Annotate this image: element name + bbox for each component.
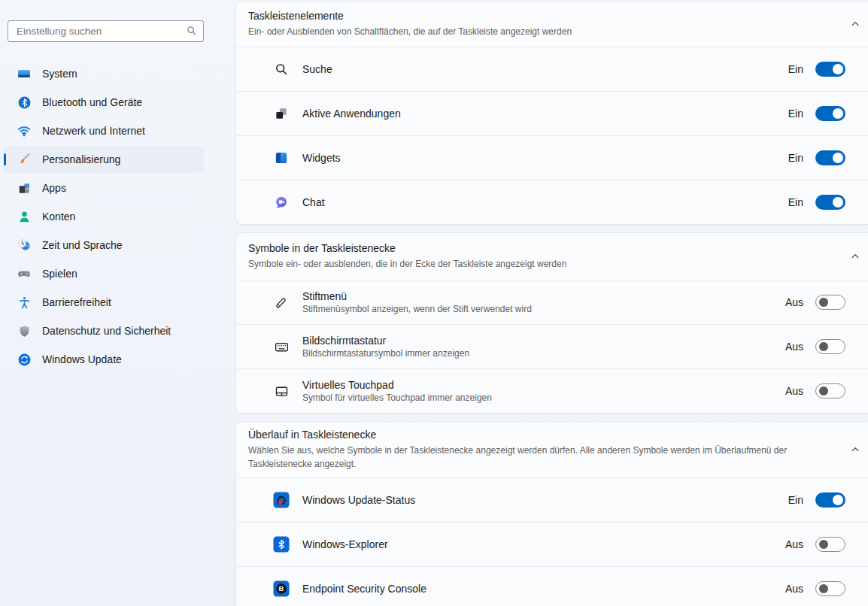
system-icon bbox=[17, 66, 32, 81]
section-taskbar-corner-icons: Symbole in der Taskleistenecke Symbole e… bbox=[235, 232, 868, 414]
sidebar-item-label: Spielen bbox=[42, 268, 77, 280]
sidebar-item-system[interactable]: System bbox=[4, 60, 205, 87]
setting-label: Endpoint Security Console bbox=[302, 583, 426, 595]
sidebar-item-personalization[interactable]: Personalisierung bbox=[4, 146, 205, 173]
chevron-up-icon[interactable] bbox=[844, 245, 866, 268]
setting-row-stiftmenu: Stiftmenü Stiftmenüsymbol anzeigen, wenn… bbox=[236, 280, 868, 324]
section-header-taskbar-items[interactable]: Taskleistenelemente Ein- oder Ausblenden… bbox=[236, 2, 868, 47]
bluetooth-icon bbox=[17, 95, 32, 110]
toggle-state-label: Ein bbox=[788, 63, 803, 75]
section-subtitle: Symbole ein- oder ausblenden, die in der… bbox=[248, 257, 790, 271]
setting-description: Stiftmenüsymbol anzeigen, wenn der Stift… bbox=[302, 304, 532, 314]
chevron-up-icon[interactable] bbox=[844, 13, 866, 35]
setting-description: Symbol für virtuelles Touchpad immer anz… bbox=[302, 392, 492, 403]
taskbar-settings-content: Taskleistenelemente Ein- oder Ausblenden… bbox=[235, 1, 868, 606]
section-subtitle: Ein- oder Ausblenden von Schaltflächen, … bbox=[248, 25, 790, 38]
svg-text:B: B bbox=[279, 584, 284, 592]
endpoint-security-icon: B bbox=[272, 580, 290, 598]
chat-toggle[interactable] bbox=[815, 195, 845, 210]
windows-update-icon bbox=[17, 352, 32, 367]
sidebar-item-accessibility[interactable]: Barrierefreiheit bbox=[4, 289, 205, 316]
chevron-up-icon[interactable] bbox=[844, 438, 866, 461]
sidebar-item-label: Barrierefreiheit bbox=[42, 296, 111, 308]
apps-icon bbox=[17, 180, 32, 195]
toggle-state-label: Ein bbox=[788, 152, 803, 164]
setting-row-endpoint-security-console: B Endpoint Security Console Aus bbox=[236, 566, 868, 606]
search-input[interactable] bbox=[17, 26, 186, 37]
gaming-icon bbox=[17, 266, 32, 281]
sidebar-item-label: Apps bbox=[42, 182, 66, 194]
setting-label: Chat bbox=[302, 196, 325, 208]
sidebar-item-privacy[interactable]: Datenschutz und Sicherheit bbox=[4, 317, 205, 344]
sidebar-item-time-language[interactable]: Zeit und Sprache bbox=[4, 232, 205, 259]
section-taskbar-items: Taskleistenelemente Ein- oder Ausblenden… bbox=[235, 1, 868, 225]
pen-icon bbox=[272, 293, 290, 311]
setting-row-widgets: Widgets Ein bbox=[236, 135, 868, 180]
setting-row-windows-update-status: Windows Update-Status Ein bbox=[236, 477, 868, 522]
sidebar-item-accounts[interactable]: Konten bbox=[4, 203, 205, 230]
sidebar-item-bluetooth[interactable]: Bluetooth und Geräte bbox=[4, 89, 205, 116]
endpoint-security-console-toggle[interactable] bbox=[815, 581, 845, 596]
sidebar-item-label: Bluetooth und Geräte bbox=[42, 96, 142, 108]
toggle-state-label: Ein bbox=[788, 196, 803, 208]
privacy-icon bbox=[17, 323, 32, 338]
time-language-icon bbox=[17, 238, 32, 253]
bluetooth-app-icon bbox=[272, 535, 290, 553]
section-taskbar-corner-overflow: Überlauf in Taskleistenecke Wählen Sie a… bbox=[235, 421, 868, 606]
setting-label: Stiftmenü bbox=[302, 290, 532, 302]
setting-label: Widgets bbox=[302, 152, 341, 164]
keyboard-icon bbox=[272, 338, 290, 356]
section-header-corner-icons[interactable]: Symbole in der Taskleistenecke Symbole e… bbox=[236, 233, 868, 280]
sidebar-item-label: Zeit und Sprache bbox=[42, 239, 123, 251]
virtuelles-touchpad-toggle[interactable] bbox=[815, 383, 845, 398]
setting-label: Bildschirmtastatur bbox=[302, 335, 469, 347]
windows-update-status-toggle[interactable] bbox=[815, 492, 845, 508]
setting-label: Windows Update-Status bbox=[302, 494, 415, 506]
sidebar-item-windows-update[interactable]: Windows Update bbox=[4, 346, 205, 373]
sidebar-item-label: Datenschutz und Sicherheit bbox=[42, 325, 171, 337]
section-subtitle: Wählen Sie aus, welche Symbole in der Ta… bbox=[248, 444, 790, 471]
setting-row-windows-explorer: Windows-Explorer Aus bbox=[236, 522, 868, 566]
widgets-toggle[interactable] bbox=[815, 150, 845, 165]
bildschirmtastatur-toggle[interactable] bbox=[815, 339, 845, 354]
toggle-state-label: Aus bbox=[785, 583, 803, 595]
accessibility-icon bbox=[17, 295, 32, 310]
sidebar-item-label: Netzwerk und Internet bbox=[42, 125, 145, 137]
toggle-state-label: Ein bbox=[788, 494, 803, 506]
settings-sidebar: System Bluetooth und Geräte Netzwerk bbox=[0, 0, 226, 606]
search-icon bbox=[272, 60, 290, 78]
setting-description: Bildschirmtastatursymbol immer anzeigen bbox=[302, 348, 469, 359]
network-icon bbox=[17, 123, 32, 138]
section-header-overflow[interactable]: Überlauf in Taskleistenecke Wählen Sie a… bbox=[236, 422, 868, 477]
sidebar-item-network[interactable]: Netzwerk und Internet bbox=[4, 117, 205, 144]
search-icon bbox=[186, 25, 197, 38]
setting-row-virtuelles-touchpad: Virtuelles Touchpad Symbol für virtuelle… bbox=[236, 368, 868, 413]
setting-row-bildschirmtastatur: Bildschirmtastatur Bildschirmtastatursym… bbox=[236, 324, 868, 368]
sidebar-item-label: Konten bbox=[42, 211, 75, 223]
toggle-state-label: Aus bbox=[785, 538, 803, 550]
section-title: Symbole in der Taskleistenecke bbox=[248, 242, 838, 254]
chat-icon bbox=[272, 193, 290, 211]
suche-toggle[interactable] bbox=[815, 62, 845, 77]
personalization-icon bbox=[17, 152, 32, 167]
widgets-icon bbox=[272, 149, 290, 167]
aktive-anwendungen-toggle[interactable] bbox=[815, 106, 845, 121]
toggle-state-label: Aus bbox=[785, 341, 803, 353]
stiftmenu-toggle[interactable] bbox=[815, 295, 845, 310]
sidebar-nav: System Bluetooth und Geräte Netzwerk bbox=[0, 59, 226, 374]
settings-search-box[interactable] bbox=[8, 20, 204, 42]
sidebar-item-label: Personalisierung bbox=[42, 153, 120, 165]
setting-label: Windows-Explorer bbox=[302, 538, 388, 550]
task-view-icon bbox=[272, 105, 290, 123]
setting-label: Suche bbox=[302, 63, 332, 75]
setting-row-suche: Suche Ein bbox=[236, 47, 868, 91]
section-title: Überlauf in Taskleistenecke bbox=[248, 429, 838, 441]
section-title: Taskleistenelemente bbox=[248, 10, 838, 22]
windows-explorer-toggle[interactable] bbox=[815, 537, 845, 552]
setting-label: Aktive Anwendungen bbox=[302, 108, 401, 120]
toggle-state-label: Aus bbox=[785, 296, 803, 308]
sidebar-item-label: Windows Update bbox=[42, 353, 122, 365]
sidebar-item-gaming[interactable]: Spielen bbox=[4, 260, 205, 287]
sidebar-item-apps[interactable]: Apps bbox=[4, 174, 205, 201]
sidebar-item-label: System bbox=[42, 68, 77, 80]
